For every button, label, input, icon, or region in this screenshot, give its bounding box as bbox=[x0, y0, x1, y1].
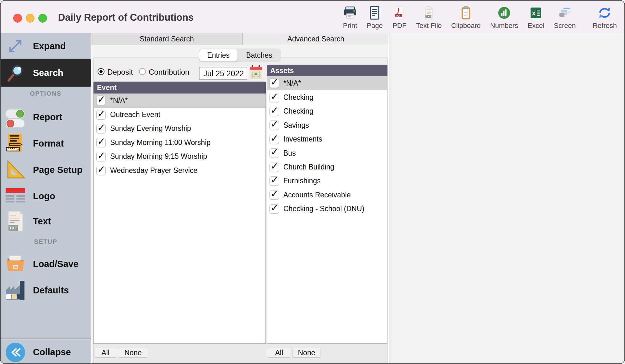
sidebar-item-label: Search bbox=[33, 68, 63, 78]
sidebar-item-label: Load/Save bbox=[33, 259, 78, 269]
tool-label: Refresh bbox=[593, 22, 617, 30]
list-item[interactable]: *N/A* bbox=[94, 94, 265, 108]
item-checkbox[interactable] bbox=[270, 163, 279, 172]
sidebar-item-page-setup[interactable]: Page Setup bbox=[1, 157, 91, 183]
list-item[interactable]: Checking - School (DNU) bbox=[267, 202, 387, 216]
sidebar-item-search[interactable]: Search bbox=[1, 59, 91, 87]
text-file-button[interactable]: TXT Text File bbox=[416, 6, 442, 30]
sidebar-item-defaults[interactable]: Defaults bbox=[1, 277, 91, 303]
minimize-button[interactable] bbox=[26, 14, 35, 23]
list-item[interactable]: Outreach Event bbox=[94, 108, 265, 121]
contribution-radio[interactable] bbox=[139, 68, 146, 75]
tool-label: Page bbox=[367, 22, 383, 30]
app-window: Daily Report of Contributions Print bbox=[0, 0, 625, 364]
factory-icon bbox=[5, 280, 26, 301]
sidebar-item-report[interactable]: Report bbox=[1, 104, 91, 130]
pdf-button[interactable]: PDF PDF bbox=[392, 6, 407, 30]
print-button[interactable]: Print bbox=[343, 6, 357, 30]
item-checkbox[interactable] bbox=[96, 166, 106, 175]
toolbar: Print Page PDF PDF bbox=[343, 6, 617, 30]
tab-advanced-search[interactable]: Advanced Search bbox=[243, 33, 389, 45]
item-checkbox[interactable] bbox=[96, 152, 106, 161]
zoom-button[interactable] bbox=[38, 14, 47, 23]
item-checkbox[interactable] bbox=[270, 190, 279, 200]
sidebar-item-logo[interactable]: Logo bbox=[1, 183, 91, 209]
sidebar-item-label: Page Setup bbox=[33, 165, 83, 175]
event-select-all-button[interactable]: All bbox=[95, 348, 116, 358]
list-item[interactable]: Wednesday Prayer Service bbox=[94, 163, 265, 177]
clipboard-button[interactable]: Clipboard bbox=[451, 6, 481, 30]
tool-label: Clipboard bbox=[451, 22, 481, 30]
close-button[interactable] bbox=[13, 14, 22, 23]
date-field[interactable] bbox=[199, 67, 247, 80]
item-label: Furnishings bbox=[283, 177, 321, 185]
numbers-button[interactable]: Numbers bbox=[490, 6, 518, 30]
calendar-picker-button[interactable] bbox=[250, 65, 262, 80]
list-item[interactable]: Bus bbox=[267, 146, 387, 160]
printer-icon bbox=[343, 6, 357, 20]
item-label: Checking bbox=[283, 107, 313, 115]
item-checkbox[interactable] bbox=[270, 135, 279, 144]
window-title: Daily Report of Contributions bbox=[58, 12, 194, 23]
sidebar-item-expand[interactable]: Expand bbox=[1, 33, 91, 59]
sidebar-item-text[interactable]: TXT Text bbox=[1, 208, 91, 234]
item-checkbox[interactable] bbox=[270, 107, 279, 116]
item-checkbox[interactable] bbox=[96, 110, 106, 120]
entries-batches-segmented-control: Entries Batches bbox=[199, 49, 281, 62]
report-toggles-icon bbox=[5, 107, 26, 127]
txt-document-icon: TXT bbox=[5, 211, 26, 232]
list-item[interactable]: Church Building bbox=[267, 160, 387, 174]
list-item[interactable]: Sunday Evening Worship bbox=[94, 122, 265, 136]
refresh-button[interactable]: Refresh bbox=[593, 6, 617, 30]
sidebar-item-label: Report bbox=[33, 112, 62, 122]
item-checkbox[interactable] bbox=[270, 120, 279, 130]
item-label: Checking - School (DNU) bbox=[283, 205, 364, 213]
list-item[interactable]: Furnishings bbox=[267, 174, 387, 188]
item-checkbox[interactable] bbox=[270, 176, 279, 186]
title-bar: Daily Report of Contributions Print bbox=[1, 1, 624, 33]
excel-button[interactable]: x Excel bbox=[527, 6, 544, 30]
assets-select-none-button[interactable]: None bbox=[292, 348, 321, 358]
panel-header-label: Assets bbox=[270, 67, 294, 75]
event-select-none-button[interactable]: None bbox=[119, 348, 147, 358]
list-item[interactable]: Accounts Receivable bbox=[267, 188, 387, 202]
item-label: Church Building bbox=[283, 163, 334, 171]
item-checkbox[interactable] bbox=[270, 204, 279, 214]
sidebar-item-format[interactable]: Format bbox=[1, 130, 91, 157]
list-item[interactable]: Sunday Morning 9:15 Worship bbox=[94, 150, 265, 163]
page-button[interactable]: Page bbox=[367, 6, 383, 30]
sidebar-item-load-save[interactable]: Load/Save bbox=[1, 251, 91, 277]
sidebar-section-options: OPTIONS bbox=[1, 90, 91, 97]
item-checkbox[interactable] bbox=[270, 148, 279, 158]
deposit-radio[interactable] bbox=[98, 68, 104, 75]
excel-icon: x bbox=[529, 6, 543, 20]
sidebar-item-label: Collapse bbox=[33, 347, 71, 357]
list-item[interactable]: Checking bbox=[267, 104, 387, 118]
logo-placeholder-icon bbox=[5, 186, 26, 206]
segment-entries[interactable]: Entries bbox=[199, 49, 238, 62]
list-item[interactable]: Checking bbox=[267, 90, 387, 104]
list-item[interactable]: *N/A* bbox=[267, 76, 387, 90]
assets-select-all-button[interactable]: All bbox=[268, 348, 290, 358]
sidebar-item-collapse[interactable]: Collapse bbox=[1, 340, 91, 364]
item-checkbox[interactable] bbox=[270, 78, 279, 88]
segment-label: Batches bbox=[246, 51, 272, 60]
screen-button[interactable]: Screen bbox=[554, 6, 576, 30]
item-checkbox[interactable] bbox=[96, 138, 106, 147]
segment-batches[interactable]: Batches bbox=[238, 49, 281, 62]
search-pane: Standard Search Advanced Search Entries … bbox=[91, 33, 389, 364]
list-item[interactable]: Savings bbox=[267, 118, 387, 132]
tool-label: Numbers bbox=[490, 22, 518, 30]
item-label: Savings bbox=[283, 121, 309, 130]
panel-header-label: Event bbox=[97, 83, 117, 92]
tab-standard-search[interactable]: Standard Search bbox=[91, 33, 243, 45]
folder-icon bbox=[5, 254, 26, 274]
item-checkbox[interactable] bbox=[96, 124, 106, 133]
list-item[interactable]: Investments bbox=[267, 132, 387, 146]
item-checkbox[interactable] bbox=[270, 93, 279, 102]
list-item[interactable]: Sunday Morning 11:00 Worship bbox=[94, 136, 265, 149]
item-checkbox[interactable] bbox=[96, 96, 106, 105]
tab-label: Standard Search bbox=[140, 35, 194, 43]
sidebar-item-label: Logo bbox=[33, 191, 55, 201]
search-tabbar: Standard Search Advanced Search bbox=[91, 33, 389, 45]
